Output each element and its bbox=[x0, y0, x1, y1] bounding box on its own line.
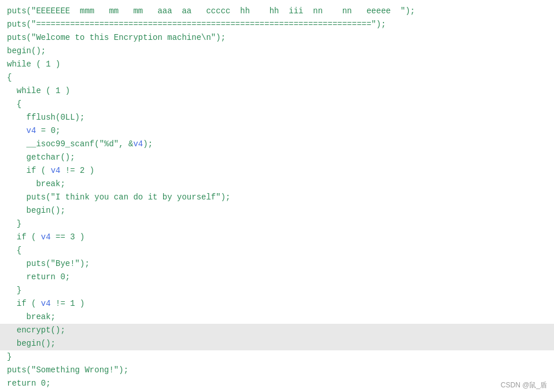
code-line: } bbox=[0, 284, 554, 297]
code-line: puts("EEEEEEE mmm mm mm aaa aa ccccc hh … bbox=[0, 5, 554, 18]
code-block: puts("EEEEEEE mmm mm mm aaa aa ccccc hh … bbox=[0, 5, 554, 390]
code-line: __isoc99_scanf("%d", &v4); bbox=[0, 138, 554, 151]
code-line: puts("==================================… bbox=[0, 18, 554, 31]
code-line: { bbox=[0, 244, 554, 257]
code-line: begin(); bbox=[0, 204, 554, 217]
code-line: return 0; bbox=[0, 271, 554, 284]
code-line: puts("Bye!"); bbox=[0, 257, 554, 271]
code-line: { bbox=[0, 71, 554, 84]
code-line: } bbox=[0, 217, 554, 231]
code-line: while ( 1 ) bbox=[0, 84, 554, 98]
code-line: if ( v4 != 2 ) bbox=[0, 164, 554, 177]
code-line: while ( 1 ) bbox=[0, 58, 554, 71]
code-line: begin(); bbox=[0, 45, 554, 58]
code-line: { bbox=[0, 98, 554, 111]
code-line: v4 = 0; bbox=[0, 124, 554, 138]
code-line: if ( v4 != 1 ) bbox=[0, 297, 554, 310]
code-line: encrypt(); bbox=[0, 324, 554, 337]
code-line: if ( v4 == 3 ) bbox=[0, 231, 554, 244]
code-line: getchar(); bbox=[0, 151, 554, 164]
footer-watermark: CSDN @鼠_盾 bbox=[501, 380, 547, 390]
code-line: break; bbox=[0, 310, 554, 324]
code-line: return 0; bbox=[0, 377, 554, 390]
code-line: begin(); bbox=[0, 337, 554, 350]
code-line: fflush(0LL); bbox=[0, 111, 554, 124]
code-line: puts("I think you can do it by yourself"… bbox=[0, 191, 554, 204]
code-line: puts("Something Wrong!"); bbox=[0, 364, 554, 377]
code-line: puts("Welcome to this Encryption machine… bbox=[0, 31, 554, 45]
code-line: } bbox=[0, 350, 554, 364]
code-line: break; bbox=[0, 177, 554, 191]
code-container: puts("EEEEEEE mmm mm mm aaa aa ccccc hh … bbox=[0, 0, 554, 392]
